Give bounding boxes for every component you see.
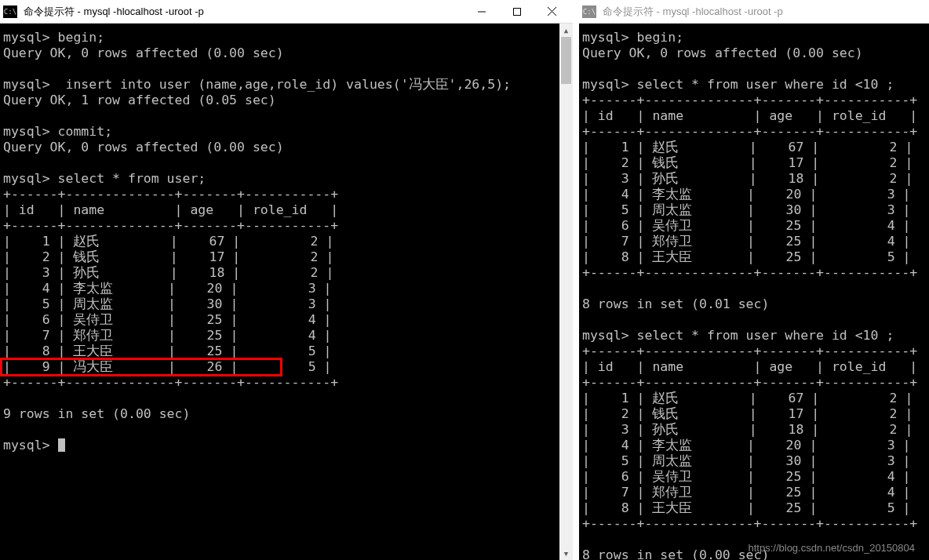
terminal-line: mysql> begin; — [3, 30, 570, 45]
terminal-line: | 9 | 冯大臣 | 26 | 5 | — [3, 359, 570, 375]
terminal-line: | 7 | 郑侍卫 | 25 | 4 | — [582, 485, 926, 500]
terminal-line: | 2 | 钱氏 | 17 | 2 | — [3, 249, 570, 265]
window-controls — [464, 1, 570, 23]
left-titlebar[interactable]: C:\ 命令提示符 - mysql -hlocalhost -uroot -p — [0, 0, 573, 24]
terminal-line: | 8 | 王大臣 | 25 | 5 | — [582, 500, 926, 516]
terminal-line: +------+--------------+-------+---------… — [3, 218, 570, 234]
terminal-line — [3, 61, 570, 77]
terminal-line: | 6 | 吴侍卫 | 25 | 4 | — [582, 469, 926, 485]
terminal-line: Query OK, 0 rows affected (0.00 sec) — [3, 45, 570, 61]
terminal-line: mysql> select * from user where id <10 ; — [582, 77, 926, 93]
terminal-line: | 1 | 赵氏 | 67 | 2 | — [582, 391, 926, 406]
terminal-line: +------+--------------+-------+---------… — [582, 124, 926, 140]
terminal-line — [582, 61, 926, 77]
scroll-up-icon[interactable]: ▲ — [559, 24, 573, 37]
cmd-icon: C:\ — [582, 5, 596, 18]
terminal-line: | 4 | 李太监 | 20 | 3 | — [582, 187, 926, 202]
terminal-line: mysql> select * from user; — [3, 171, 570, 187]
minimize-button[interactable] — [464, 1, 499, 23]
terminal-line: +------+--------------+-------+---------… — [582, 516, 926, 532]
close-button[interactable] — [534, 1, 570, 23]
terminal-line — [3, 422, 570, 438]
terminal-line: +------+--------------+-------+---------… — [3, 187, 570, 202]
terminal-line: mysql> commit; — [3, 124, 570, 140]
terminal-line: | 2 | 钱氏 | 17 | 2 | — [582, 155, 926, 171]
watermark-text: https://blog.csdn.net/csdn_20150804 — [749, 542, 916, 554]
terminal-line: +------+--------------+-------+---------… — [582, 375, 926, 391]
terminal-line: 8 rows in set (0.01 sec) — [582, 296, 926, 312]
terminal-line: | 3 | 孙氏 | 18 | 2 | — [3, 265, 570, 281]
left-terminal-window: C:\ 命令提示符 - mysql -hlocalhost -uroot -p … — [0, 0, 573, 560]
terminal-line: +------+--------------+-------+---------… — [582, 265, 926, 281]
right-titlebar[interactable]: C:\ 命令提示符 - mysql -hlocalhost -uroot -p — [579, 0, 929, 24]
terminal-line: | 2 | 钱氏 | 17 | 2 | — [582, 406, 926, 422]
left-title: 命令提示符 - mysql -hlocalhost -uroot -p — [24, 5, 464, 19]
terminal-line: | id | name | age | role_id | — [582, 108, 926, 124]
terminal-line: | 3 | 孙氏 | 18 | 2 | — [582, 171, 926, 187]
terminal-line: +------+--------------+-------+---------… — [3, 375, 570, 391]
right-terminal[interactable]: mysql> begin;Query OK, 0 rows affected (… — [579, 24, 929, 560]
terminal-line: | 7 | 郑侍卫 | 25 | 4 | — [582, 234, 926, 249]
scroll-down-icon[interactable]: ▼ — [559, 547, 573, 560]
terminal-line: | 1 | 赵氏 | 67 | 2 | — [3, 234, 570, 249]
terminal-line — [3, 108, 570, 124]
terminal-line: Query OK, 0 rows affected (0.00 sec) — [582, 45, 926, 61]
terminal-line: | 7 | 郑侍卫 | 25 | 4 | — [3, 328, 570, 344]
terminal-line: +------+--------------+-------+---------… — [582, 93, 926, 108]
svg-rect-1 — [513, 8, 520, 15]
left-scrollbar[interactable]: ▲ ▼ — [559, 24, 573, 560]
cmd-icon: C:\ — [3, 5, 17, 18]
terminal-line: | 6 | 吴侍卫 | 25 | 4 | — [582, 218, 926, 234]
scrollbar-thumb[interactable] — [561, 37, 571, 84]
terminal-line: | 8 | 王大臣 | 25 | 5 | — [3, 344, 570, 359]
terminal-line: | 1 | 赵氏 | 67 | 2 | — [582, 140, 926, 155]
terminal-line: | id | name | age | role_id | — [3, 202, 570, 218]
cursor — [58, 438, 65, 452]
terminal-line: | id | name | age | role_id | — [582, 359, 926, 375]
left-terminal[interactable]: mysql> begin;Query OK, 0 rows affected (… — [0, 24, 573, 560]
terminal-line: | 8 | 王大臣 | 25 | 5 | — [582, 249, 926, 265]
terminal-line: | 4 | 李太监 | 20 | 3 | — [582, 438, 926, 453]
maximize-button[interactable] — [499, 1, 534, 23]
terminal-line: mysql> insert into user (name,age,role_i… — [3, 77, 570, 93]
prompt-line[interactable]: mysql> — [3, 438, 570, 453]
terminal-line: Query OK, 0 rows affected (0.00 sec) — [3, 140, 570, 155]
terminal-line — [582, 312, 926, 328]
terminal-line — [3, 391, 570, 406]
terminal-line: | 6 | 吴侍卫 | 25 | 4 | — [3, 312, 570, 328]
right-title: 命令提示符 - mysql -hlocalhost -uroot -p — [603, 5, 926, 19]
terminal-line: | 5 | 周太监 | 30 | 3 | — [582, 202, 926, 218]
terminal-line: mysql> begin; — [582, 30, 926, 45]
terminal-line: | 5 | 周太监 | 30 | 3 | — [3, 296, 570, 312]
terminal-line: | 5 | 周太监 | 30 | 3 | — [582, 453, 926, 469]
terminal-line: Query OK, 1 row affected (0.05 sec) — [3, 93, 570, 108]
terminal-line: +------+--------------+-------+---------… — [582, 344, 926, 359]
right-terminal-window: C:\ 命令提示符 - mysql -hlocalhost -uroot -p … — [579, 0, 929, 560]
terminal-line — [3, 155, 570, 171]
terminal-line: | 3 | 孙氏 | 18 | 2 | — [582, 422, 926, 438]
terminal-line: mysql> select * from user where id <10 ; — [582, 328, 926, 344]
terminal-line: 9 rows in set (0.00 sec) — [3, 406, 570, 422]
terminal-line — [582, 281, 926, 296]
terminal-line: | 4 | 李太监 | 20 | 3 | — [3, 281, 570, 296]
window-gap — [573, 0, 579, 560]
